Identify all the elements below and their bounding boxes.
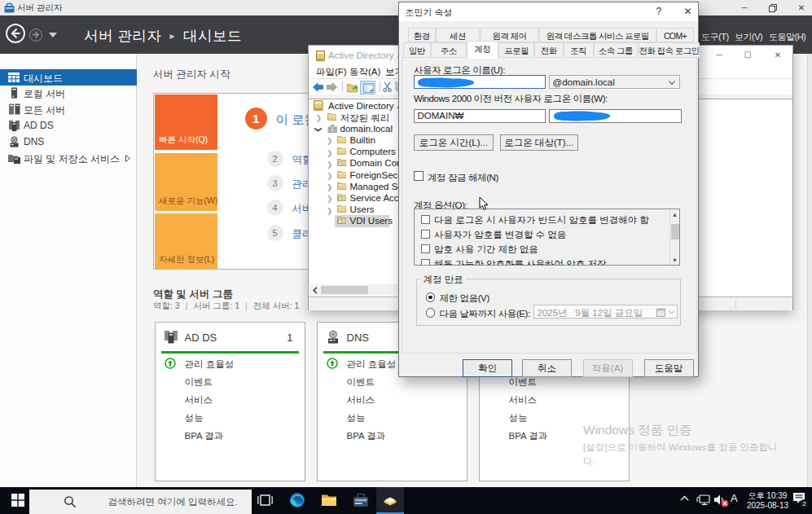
ok-button[interactable]: 확인: [463, 359, 512, 377]
option-checkbox[interactable]: [421, 244, 430, 253]
scrollbar-thumb[interactable]: [671, 224, 680, 239]
dialog-close-button[interactable]: ✕: [684, 6, 692, 17]
back-arrow-icon[interactable]: [313, 82, 323, 92]
scroll-left-icon[interactable]: [313, 287, 318, 294]
tab-2-7[interactable]: 전화 접속 로그인: [639, 42, 700, 58]
expiry-date-picker[interactable]: 2025년 9월 12일 금요일: [533, 305, 678, 319]
tab-1-0[interactable]: 환경: [408, 28, 437, 42]
tray-clock-time[interactable]: 오후 10:39: [745, 490, 790, 502]
file-explorer-icon[interactable]: [321, 493, 337, 507]
help-button[interactable]: 도움말: [644, 359, 694, 377]
account-options-list[interactable]: 다음 로그온 시 사용자가 반드시 암호를 변경해야 함 사용자가 암호를 변경…: [414, 209, 681, 266]
show-tree-toggle[interactable]: [360, 81, 375, 94]
forward-arrow-icon[interactable]: [327, 82, 337, 92]
forward-button[interactable]: [29, 29, 42, 42]
tab-1-3[interactable]: 원격 데스크톱 서비스 프로필: [539, 28, 657, 42]
nav-dropdown-caret[interactable]: [49, 33, 57, 38]
cancel-button[interactable]: 취소: [522, 359, 572, 377]
legacy-name-input[interactable]: [549, 109, 683, 123]
back-button[interactable]: [6, 24, 25, 43]
volume-muted-icon[interactable]: [713, 493, 727, 507]
menu-help[interactable]: 도움말(H): [769, 31, 805, 43]
sidebar-item-dashboard[interactable]: 대시보드: [0, 69, 137, 86]
mmc-maximize-button[interactable]: ☐: [735, 46, 760, 64]
up-folder-icon[interactable]: [347, 82, 358, 93]
tab-2-2[interactable]: 계정: [467, 41, 499, 59]
scrollbar-thumb[interactable]: [321, 286, 368, 295]
close-button[interactable]: ✕: [791, 0, 812, 15]
scroll-down-icon[interactable]: ▼: [670, 257, 679, 264]
expire-never-radio[interactable]: [426, 292, 436, 302]
tree-collapsed-chevron-icon[interactable]: ❯: [327, 183, 333, 191]
learn-more-block[interactable]: 자세한 정보(L): [155, 213, 217, 270]
apply-button[interactable]: 적용(A): [583, 359, 633, 377]
logon-name-input[interactable]: [414, 75, 546, 89]
menu-tools[interactable]: 도구(T): [701, 31, 729, 43]
minimize-button[interactable]: ─: [734, 0, 755, 15]
option-checkbox[interactable]: [421, 215, 430, 224]
restore-button[interactable]: [762, 0, 783, 15]
server-manager-taskbar-icon[interactable]: [353, 493, 369, 507]
logon-to-button[interactable]: 로그온 대상(T)...: [500, 134, 578, 152]
option-checkbox[interactable]: [421, 259, 430, 265]
tab-2-3[interactable]: 프로필: [498, 42, 534, 58]
tab-2-0[interactable]: 일반: [403, 42, 432, 58]
mmc-minimize-button[interactable]: ─: [707, 46, 731, 64]
content-scrollbar[interactable]: [807, 54, 812, 487]
whats-new-block[interactable]: 새로운 기능(W): [155, 153, 217, 211]
network-icon[interactable]: [696, 494, 710, 507]
tab-1-4[interactable]: COM+: [656, 28, 694, 42]
edge-icon[interactable]: [289, 492, 305, 508]
step-number: 5: [267, 225, 283, 241]
aduc-taskbar-button[interactable]: [376, 487, 404, 514]
mmc-menu-file[interactable]: 파일(F): [316, 66, 347, 78]
expand-arrow-icon[interactable]: [125, 155, 130, 162]
scroll-up-icon[interactable]: ▲: [670, 211, 679, 218]
welcome-heading: 서버 관리자 시작: [153, 68, 230, 81]
breadcrumb-current[interactable]: 대시보드: [183, 28, 242, 44]
tile-ad-ds[interactable]: AD DS 1 관리 효율성 이벤트 서비스 성능 BPA 결과: [155, 322, 305, 481]
mmc-menu-action[interactable]: 동작(A): [349, 66, 380, 78]
tree-collapsed-chevron-icon[interactable]: ❯: [327, 160, 333, 169]
tree-item-icon: [337, 182, 347, 191]
tray-clock-date[interactable]: 2025-08-13: [745, 501, 790, 510]
tree-expanded-chevron-icon[interactable]: ❯: [314, 126, 322, 133]
tab-2-5[interactable]: 조직: [564, 42, 594, 58]
tab-2-4[interactable]: 전화: [534, 42, 564, 58]
start-button[interactable]: [11, 494, 24, 507]
sidebar-item-local-server[interactable]: 로컬 서버: [0, 85, 137, 101]
tray-chevron-up-icon[interactable]: [680, 495, 689, 501]
action-center-icon[interactable]: 2: [792, 492, 806, 506]
tab-2-1[interactable]: 주소: [431, 42, 467, 58]
tree-collapsed-chevron-icon[interactable]: ❯: [327, 172, 333, 180]
options-scrollbar[interactable]: ▲ ▼: [669, 210, 679, 265]
sidebar-item-dns[interactable]: DNS: [0, 134, 137, 150]
tree-collapsed-chevron-icon[interactable]: ❯: [327, 137, 333, 145]
task-view-icon[interactable]: [257, 493, 273, 507]
legacy-domain-input[interactable]: DOMAIN₩: [414, 109, 546, 123]
tab-2-6[interactable]: 소속 그룹: [594, 42, 639, 58]
quick-start-block[interactable]: 빠른 시작(Q): [155, 94, 217, 151]
meta-divider: |: [239, 301, 253, 310]
sidebar-item-ad-ds[interactable]: AD DS: [0, 117, 137, 134]
menu-view[interactable]: 보기(V): [735, 31, 762, 43]
option-checkbox[interactable]: [421, 230, 430, 239]
mmc-close-button[interactable]: ✕: [766, 46, 790, 64]
taskbar-search[interactable]: 검색하려면 여기에 입력하세요.: [29, 490, 252, 514]
logon-hours-button[interactable]: 로그온 시간(L)...: [414, 134, 494, 152]
tree-collapsed-chevron-icon[interactable]: ❯: [327, 149, 333, 157]
sidebar-item-file-storage[interactable]: 파일 및 저장소 서비스: [0, 150, 137, 166]
expire-on-radio[interactable]: [426, 308, 436, 318]
ime-indicator[interactable]: A: [731, 492, 738, 504]
dns-icon: [7, 136, 21, 147]
breadcrumb-root[interactable]: 서버 관리자: [84, 28, 161, 44]
dialog-help-button[interactable]: ?: [656, 6, 662, 17]
domain-suffix-combo[interactable]: @domain.local: [549, 75, 680, 89]
tree-collapsed-chevron-icon[interactable]: ❯: [327, 195, 333, 203]
unlock-checkbox[interactable]: [414, 171, 424, 181]
tree-collapsed-chevron-icon[interactable]: ❯: [327, 207, 333, 215]
dialog-titlebar[interactable]: 조민기 속성 ? ✕: [399, 2, 699, 21]
tree-collapsed-chevron-icon[interactable]: ❯: [316, 114, 323, 122]
cut-icon[interactable]: [383, 81, 392, 92]
sidebar-item-all-servers[interactable]: 모든 서버: [0, 101, 137, 117]
